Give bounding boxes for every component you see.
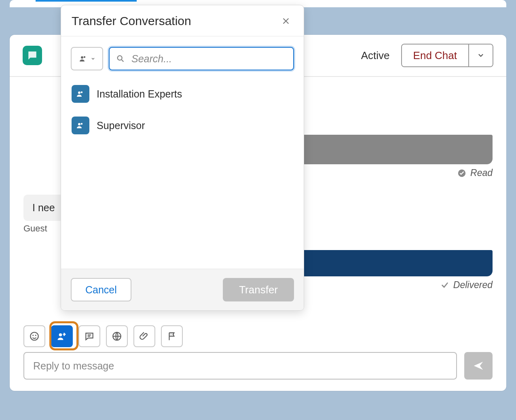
chevron-down-icon (477, 52, 484, 59)
queue-icon (72, 85, 89, 103)
cancel-button[interactable]: Cancel (71, 278, 131, 301)
guest-message-text: I nee (32, 202, 55, 213)
chat-bubble-icon (84, 331, 95, 342)
active-tab-accent (36, 0, 137, 2)
quick-text-button[interactable] (78, 325, 100, 347)
svg-point-2 (32, 335, 34, 336)
reply-input[interactable] (23, 352, 457, 380)
people-icon (78, 54, 88, 64)
svg-point-12 (78, 91, 80, 94)
emoji-button[interactable] (23, 325, 45, 347)
queue-label: Supervisor (97, 120, 145, 132)
queue-label: Installation Experts (97, 88, 182, 100)
paperclip-icon (139, 331, 150, 342)
delivered-check-icon (440, 281, 449, 290)
agent-status-text: Delivered (453, 280, 493, 291)
read-check-icon (457, 169, 466, 178)
transfer-submit-button[interactable]: Transfer (223, 278, 294, 301)
transfer-conversation-modal: Transfer Conversation Install (61, 5, 304, 311)
search-input[interactable] (109, 47, 294, 70)
modal-footer: Cancel Transfer (61, 269, 304, 310)
transfer-button[interactable] (51, 325, 73, 347)
svg-point-10 (118, 56, 122, 60)
svg-point-8 (81, 56, 83, 59)
close-icon (282, 17, 290, 25)
chat-status-label: Active (361, 49, 390, 62)
svg-point-15 (81, 123, 82, 125)
svg-point-13 (81, 91, 82, 93)
flag-button[interactable] (161, 325, 183, 347)
send-button[interactable] (464, 352, 493, 380)
search-wrap (109, 47, 294, 70)
queue-option-supervisor[interactable]: Supervisor (70, 114, 295, 137)
modal-option-list: Installation Experts Supervisor (61, 75, 304, 144)
send-icon (472, 360, 484, 372)
queue-filter-button[interactable] (71, 47, 103, 70)
svg-point-1 (30, 332, 38, 340)
svg-point-3 (35, 335, 36, 336)
emoji-icon (29, 331, 40, 342)
transfer-icon (56, 331, 68, 342)
chat-toolbar (23, 325, 183, 347)
chevron-down-icon (91, 56, 95, 61)
globe-icon (112, 331, 122, 342)
queue-icon (72, 117, 89, 134)
modal-title: Transfer Conversation (72, 14, 191, 28)
reply-row (23, 352, 493, 380)
svg-point-14 (78, 123, 80, 125)
conversation-icon (23, 46, 42, 65)
attachment-button[interactable] (133, 325, 155, 347)
modal-header: Transfer Conversation (61, 5, 304, 36)
bot-status-text: Read (470, 168, 493, 178)
end-chat-dropdown[interactable] (469, 45, 493, 66)
svg-line-11 (122, 60, 124, 62)
end-chat-group: End Chat (401, 44, 493, 67)
end-chat-button[interactable]: End Chat (402, 45, 469, 66)
flag-icon (167, 331, 177, 342)
svg-point-4 (59, 333, 62, 336)
globe-button[interactable] (106, 325, 128, 347)
svg-point-9 (84, 56, 85, 58)
queue-option-installation-experts[interactable]: Installation Experts (70, 83, 295, 105)
search-icon (116, 54, 125, 63)
modal-close-button[interactable] (279, 15, 293, 27)
modal-search-row (61, 36, 304, 75)
guest-message-bubble: I nee (23, 195, 64, 221)
